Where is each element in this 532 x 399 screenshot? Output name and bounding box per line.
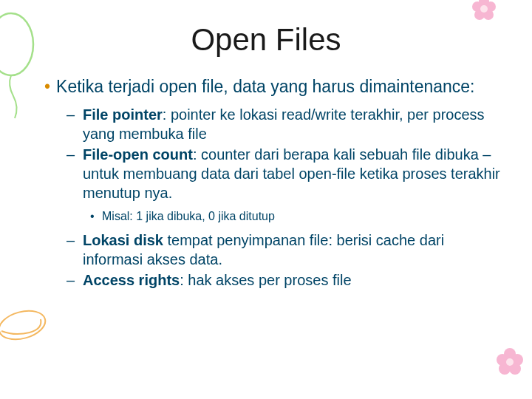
item-rest: : hak akses per proses file — [180, 272, 351, 288]
svg-point-9 — [511, 354, 523, 366]
list-item: File-open count: counter dari berapa kal… — [83, 145, 502, 225]
svg-point-11 — [499, 363, 511, 375]
slide-title: Open Files — [30, 22, 502, 58]
svg-point-8 — [504, 348, 516, 360]
sub-list: File pointer: pointer ke lokasi read/wri… — [30, 105, 502, 290]
main-bullet: •Ketika terjadi open file, data yang har… — [44, 76, 502, 98]
svg-point-10 — [509, 363, 521, 375]
list-item: File pointer: pointer ke lokasi read/wri… — [83, 105, 502, 143]
main-bullet-text: Ketika terjadi open file, data yang haru… — [56, 77, 474, 96]
bullet-icon: • — [44, 77, 50, 96]
list-item: Access rights: hak akses per proses file — [83, 270, 502, 290]
list-sub-item: Misal: 1 jika dibuka, 0 jika ditutup — [102, 208, 502, 225]
item-bold: File-open count — [83, 146, 193, 163]
svg-point-13 — [506, 358, 514, 366]
svg-point-12 — [497, 354, 508, 366]
item-bold: Access rights — [83, 272, 180, 288]
list-item: Lokasi disk tempat penyimpanan file: ber… — [83, 231, 502, 269]
slide-content: Open Files •Ketika terjadi open file, da… — [0, 0, 532, 306]
item-bold: File pointer — [83, 106, 163, 123]
item-bold: Lokasi disk — [83, 232, 163, 248]
svg-point-1 — [0, 306, 49, 344]
